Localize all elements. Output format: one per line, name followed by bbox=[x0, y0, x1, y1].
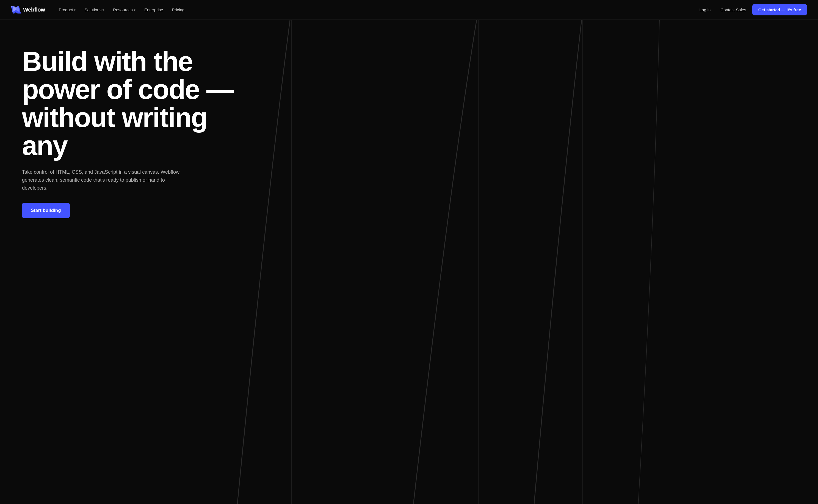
nav-cta-button[interactable]: Get started — it's free bbox=[752, 4, 807, 15]
chevron-down-icon: ▾ bbox=[74, 8, 76, 12]
chevron-down-icon: ▾ bbox=[103, 8, 104, 12]
navbar: Webflow Product ▾ Solutions ▾ Resources … bbox=[0, 0, 818, 20]
nav-item-solutions[interactable]: Solutions ▾ bbox=[81, 5, 108, 14]
chevron-down-icon: ▾ bbox=[134, 8, 136, 12]
nav-login-link[interactable]: Log in bbox=[695, 5, 714, 14]
hero-cta-button[interactable]: Start building bbox=[22, 203, 70, 218]
nav-item-product[interactable]: Product ▾ bbox=[55, 5, 80, 14]
nav-item-resources[interactable]: Resources ▾ bbox=[109, 5, 139, 14]
nav-links: Product ▾ Solutions ▾ Resources ▾ Enterp… bbox=[55, 5, 696, 14]
hero-headline: Build with the power of code — without w… bbox=[22, 47, 258, 159]
logo-link[interactable]: Webflow bbox=[11, 6, 45, 14]
nav-item-enterprise[interactable]: Enterprise bbox=[140, 5, 167, 14]
brand-name: Webflow bbox=[23, 7, 45, 13]
nav-contact-sales-link[interactable]: Contact Sales bbox=[717, 5, 750, 14]
hero-content: Build with the power of code — without w… bbox=[22, 47, 258, 218]
hero-section: Build with the power of code — without w… bbox=[0, 20, 818, 504]
nav-right: Log in Contact Sales Get started — it's … bbox=[695, 4, 807, 15]
nav-item-pricing[interactable]: Pricing bbox=[168, 5, 188, 14]
webflow-logo-icon bbox=[11, 6, 21, 14]
hero-subtext: Take control of HTML, CSS, and JavaScrip… bbox=[22, 168, 181, 192]
